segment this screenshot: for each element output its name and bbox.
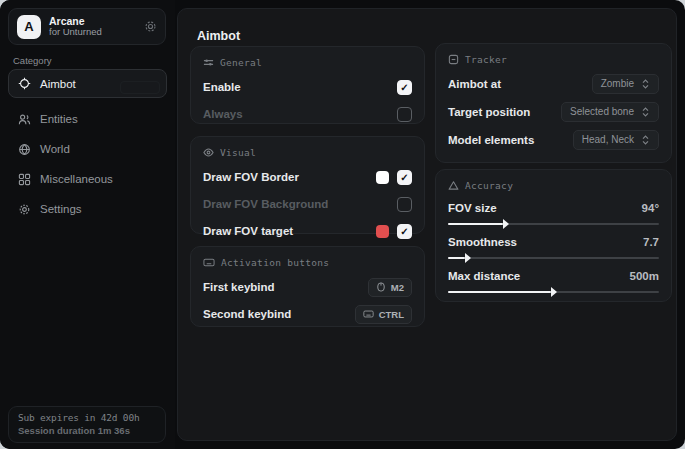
setting-row-always: Always [203,106,412,122]
slider-fill [448,257,465,259]
setting-row-model-elements: Model elements Head, Neck [448,130,659,149]
gear-icon[interactable] [144,20,157,33]
panel-accuracy: Accuracy FOV size 94° Smoothness 7.7 [435,169,672,302]
panel-tracker: Tracker Aimbot at Zombie Target position… [435,43,672,163]
sidebar-item-label: Miscellaneous [40,173,113,185]
chevron-up-down-icon [641,135,650,145]
app-names: Arcane for Unturned [49,15,102,38]
panel-general: General Enable Always [190,46,425,124]
setting-row-target-position: Target position Selected bone [448,102,659,121]
color-swatch[interactable] [376,171,389,184]
checkbox-always[interactable] [397,107,412,122]
keybind-hint-badge [120,81,160,94]
dropdown-target-position[interactable]: Selected bone [561,102,659,122]
target-box-icon [448,54,459,65]
slider-fill [448,291,551,293]
setting-label: Max distance [448,270,520,282]
slider-fill [448,223,503,225]
checkbox-fov-background[interactable] [397,197,412,212]
slider-row-max-distance: Max distance 500m [448,268,659,293]
subscription-card: Sub expires in 42d 00h Session duration … [8,406,166,443]
sidebar-item-settings[interactable]: Settings [8,194,167,224]
sidebar-item-label: Settings [40,203,82,215]
panel-title: Tracker [465,54,507,65]
setting-label: Smoothness [448,236,517,248]
page-title: Aimbot [197,29,240,43]
panel-title: Visual [220,147,256,158]
panel-visual-header: Visual [203,147,412,158]
eye-icon [203,147,214,158]
panel-title: Accuracy [465,180,513,191]
category-label: Category [13,55,52,66]
crosshair-icon [18,77,31,90]
dropdown-aimbot-at[interactable]: Zombie [592,74,659,94]
setting-label: FOV size [448,202,497,214]
sidebar-item-entities[interactable]: Entities [8,104,167,134]
sidebar-item-label: Entities [40,113,78,125]
keyboard-icon [363,309,374,319]
slider-row-fov-size: FOV size 94° [448,200,659,225]
sidebar: A Arcane for Unturned Category A [0,0,175,449]
sidebar-item-miscellaneous[interactable]: Miscellaneous [8,164,167,194]
gear-icon [18,203,31,216]
setting-label: Target position [448,106,530,118]
session-duration-text: Session duration 1m 36s [18,425,156,436]
checkbox-fov-target[interactable] [397,224,412,239]
setting-label: Always [203,108,243,120]
app-window: A Arcane for Unturned Category A [0,0,685,449]
setting-label: Enable [203,81,241,93]
globe-icon [18,143,31,156]
max-distance-slider[interactable] [448,291,659,293]
app-header-card: A Arcane for Unturned [8,8,166,45]
sidebar-item-aimbot[interactable]: Aimbot [8,69,167,98]
slider-value: 500m [630,270,659,282]
setting-row-fov-target: Draw FOV target [203,223,412,239]
grid-icon [18,173,31,186]
panel-activation-header: Activation buttons [203,257,412,268]
setting-label: Draw FOV target [203,225,293,237]
color-swatch[interactable] [376,225,389,238]
setting-label: Draw FOV Border [203,171,299,183]
fov-size-slider[interactable] [448,223,659,225]
keybind-button-first[interactable]: M2 [368,278,412,297]
entities-icon [18,113,31,126]
setting-row-second-keybind: Second keybind CTRL [203,306,412,322]
dropdown-value: Zombie [601,78,634,89]
slider-value: 94° [642,202,659,214]
setting-label: First keybind [203,281,275,293]
panel-activation-buttons: Activation buttons First keybind M2 Seco… [190,246,425,327]
checkbox-fov-border[interactable] [397,170,412,185]
setting-row-first-keybind: First keybind M2 [203,279,412,295]
sidebar-item-label: World [40,143,70,155]
slider-value: 7.7 [643,236,659,248]
panel-general-header: General [203,57,412,68]
chevron-up-down-icon [641,79,650,89]
keybind-value: M2 [391,282,404,293]
dropdown-value: Selected bone [570,106,634,117]
setting-label: Draw FOV Background [203,198,328,210]
sub-expiry-text: Sub expires in 42d 00h [18,412,156,423]
chevron-up-down-icon [641,107,650,117]
app-subtitle: for Unturned [49,27,102,38]
dropdown-value: Head, Neck [582,134,634,145]
mouse-icon [376,282,386,292]
setting-row-fov-background: Draw FOV Background [203,196,412,212]
main-content: Aimbot General Enable Always [177,8,677,441]
slider-row-smoothness: Smoothness 7.7 [448,234,659,259]
setting-row-fov-border: Draw FOV Border [203,169,412,185]
panel-title: General [220,57,262,68]
triangle-icon [448,180,459,191]
smoothness-slider[interactable] [448,257,659,259]
keybind-value: CTRL [379,309,404,320]
setting-row-aimbot-at: Aimbot at Zombie [448,74,659,93]
sidebar-nav: Aimbot Entities World [0,69,175,224]
setting-label: Model elements [448,134,534,146]
dropdown-model-elements[interactable]: Head, Neck [573,130,659,150]
setting-row-enable: Enable [203,79,412,95]
panel-visual: Visual Draw FOV Border Draw FOV Backgrou… [190,136,425,234]
sliders-icon [203,57,214,68]
keybind-button-second[interactable]: CTRL [355,305,412,324]
checkbox-enable[interactable] [397,80,412,95]
sidebar-item-label: Aimbot [40,78,76,90]
sidebar-item-world[interactable]: World [8,134,167,164]
